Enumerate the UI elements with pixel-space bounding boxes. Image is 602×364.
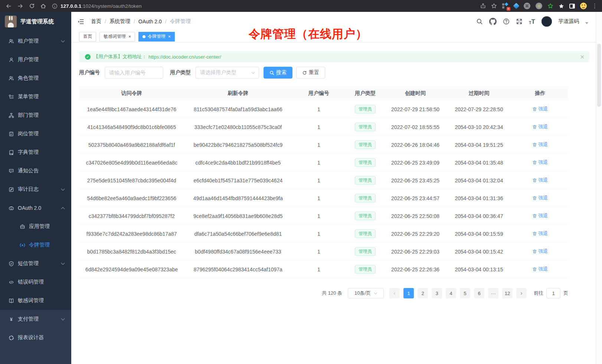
sidebar-item-dict[interactable]: 字典管理 (0, 143, 71, 162)
prev-page-button[interactable]: ‹ (389, 288, 400, 298)
force-logout-button[interactable]: 强退 (532, 123, 548, 130)
emoji-extension-icon[interactable] (580, 3, 587, 9)
trash-icon (532, 196, 537, 201)
force-logout-button[interactable]: 强退 (532, 266, 548, 272)
font-size-icon[interactable]: TT (529, 19, 535, 25)
green-star-extension-icon[interactable] (547, 0, 553, 12)
sidebar-item-dept[interactable]: 部门管理 (0, 106, 71, 125)
force-logout-button[interactable]: 强退 (532, 212, 548, 219)
page-scrollbar[interactable] (596, 12, 602, 364)
sidebar-item-tenant[interactable]: 租户管理 (0, 32, 71, 50)
reset-button[interactable]: 重置 (296, 67, 325, 79)
share-icon[interactable] (480, 0, 486, 12)
sidebar-item-notice[interactable]: 通知公告 (0, 162, 71, 180)
tab-敏感词管理[interactable]: 敏感词管理× (99, 32, 135, 42)
sidebar-item-post[interactable]: 岗位管理 (0, 125, 71, 143)
browser-menu-icon[interactable]: ⋮ (592, 3, 598, 9)
reload-icon[interactable] (26, 0, 37, 12)
next-page-button[interactable]: › (516, 288, 527, 298)
tab-close-icon[interactable]: × (128, 34, 131, 39)
user-id-input[interactable] (105, 67, 163, 79)
user-id-cell: 1 (292, 249, 346, 255)
sidebar-item-oauth2[interactable]: OAuth 2.0 (0, 199, 71, 217)
fullscreen-icon[interactable] (516, 18, 523, 25)
column-header: 过期时间 (446, 90, 512, 97)
sidebar-item-report-designer[interactable]: 报表设计器 (0, 328, 71, 347)
pager-page-5[interactable]: 5 (460, 288, 470, 298)
app-window: 芋道管理系统 租户管理用户管理角色管理菜单管理部门管理岗位管理字典管理通知公告审… (0, 12, 602, 364)
refresh-token-cell: b0df4980ffd34c67a08f9156e4eee733 (184, 249, 292, 255)
sidebar-item-error-code[interactable]: 错误码管理 (0, 273, 71, 291)
table-row: 502375b8040a469a9b82188afdf6af1fbe90422b… (79, 136, 568, 154)
sidebar-item-label: 通知公告 (18, 168, 39, 174)
force-logout-button[interactable]: 强退 (532, 141, 548, 148)
github-icon[interactable] (489, 18, 497, 25)
breadcrumb-item[interactable]: 系统管理 (109, 18, 130, 25)
force-logout-button[interactable]: 强退 (532, 195, 548, 201)
topbar-tools: TT 芋道源码 (476, 16, 588, 27)
app-logo-row[interactable]: 芋道管理系统 (0, 12, 71, 31)
pager-page-3[interactable]: 3 (432, 288, 442, 298)
table-header: 访问令牌刷新令牌用户编号用户类型创建时间过期时间操作 (79, 86, 568, 100)
user-type-cell: 管理员 (346, 105, 385, 113)
sidebar-item-sms[interactable]: 短信管理 (0, 254, 71, 273)
scrollbar-thumb[interactable] (597, 44, 601, 107)
alert-close-icon[interactable]: ✕ (580, 54, 585, 60)
pager-page-4[interactable]: 4 (446, 288, 456, 298)
search-button[interactable]: 搜索 (264, 67, 292, 79)
page-size-select[interactable]: 10条/页 (348, 288, 384, 298)
bookmark-star-icon[interactable] (491, 0, 497, 12)
sidebar-item-user[interactable]: 用户管理 (0, 50, 71, 69)
pager-more[interactable]: ··· (488, 288, 498, 298)
collapse-sidebar-icon[interactable] (77, 18, 84, 25)
tab-令牌管理[interactable]: 令牌管理× (138, 32, 175, 42)
home-icon[interactable] (37, 0, 49, 12)
user-type-select[interactable]: 请选择用户类型 (196, 67, 259, 79)
created-time-cell: 2022-06-25 22:29:03 (385, 249, 446, 255)
force-logout-button[interactable]: 强退 (532, 106, 548, 112)
pager-page-2[interactable]: 2 (418, 288, 428, 298)
chevron-down-icon[interactable] (585, 22, 588, 24)
alert-doc-link[interactable]: https://doc.iocoder.cn/user-center/ (148, 54, 221, 60)
command-extension-icon[interactable]: ⌘ (524, 3, 530, 9)
user-type-badge: 管理员 (355, 158, 376, 167)
white-star-extension-icon[interactable] (559, 0, 564, 12)
breadcrumb-item[interactable]: 首页 (91, 18, 101, 25)
sidebar-item-label: 支付管理 (18, 316, 39, 322)
force-logout-button[interactable]: 强退 (532, 248, 548, 255)
sidebar-item-role[interactable]: 角色管理 (0, 69, 71, 87)
address-bar[interactable]: 127.0.0.1:1024/system/oauth2/token (52, 3, 141, 9)
access-token-cell: 1ea5e44f8bc1467aaede43144f31de76 (79, 106, 184, 112)
site-info-icon[interactable] (52, 3, 58, 9)
sidebar-item-pay[interactable]: ¥支付管理 (0, 310, 71, 328)
breadcrumb-item[interactable]: OAuth 2.0 (138, 19, 162, 24)
back-icon[interactable] (3, 0, 14, 12)
avatar[interactable] (542, 16, 552, 27)
tab-首页[interactable]: 首页 (79, 32, 96, 42)
search-icon[interactable] (476, 18, 483, 25)
roles-icon (8, 75, 14, 81)
goto-page-input[interactable] (546, 288, 560, 298)
force-logout-button[interactable]: 强退 (532, 159, 548, 166)
pager-page-6[interactable]: 6 (474, 288, 484, 298)
username[interactable]: 芋道源码 (558, 18, 579, 25)
forward-icon[interactable] (14, 0, 26, 12)
pager-page-12[interactable]: 12 (502, 288, 513, 298)
help-icon[interactable] (503, 18, 510, 25)
tab-close-icon[interactable]: × (168, 34, 171, 39)
sidebar-panel-icon[interactable] (569, 4, 575, 9)
sidebar-item-audit-log[interactable]: 审计日志 (0, 180, 71, 199)
pager-page-1[interactable]: 1 (403, 288, 414, 298)
force-logout-button[interactable]: 强退 (532, 230, 548, 237)
extensions-icon[interactable]: 9 (502, 3, 509, 9)
sidebar-item-sensitive-word[interactable]: 敏感词管理 (0, 291, 71, 310)
record-extension-icon[interactable] (536, 3, 542, 9)
gem-extension-icon[interactable] (513, 3, 520, 9)
sidebar-item-oauth2-token[interactable]: A令牌管理 (0, 236, 71, 254)
audit-log-icon (8, 186, 14, 192)
sidebar-item-oauth2-app[interactable]: 应用管理 (0, 217, 71, 236)
force-logout-button[interactable]: 强退 (532, 177, 548, 183)
sidebar-item-menu[interactable]: 菜单管理 (0, 87, 71, 106)
user-id-cell: 1 (292, 142, 346, 148)
breadcrumb: 首页/系统管理/OAuth 2.0/令牌管理 (91, 18, 191, 25)
